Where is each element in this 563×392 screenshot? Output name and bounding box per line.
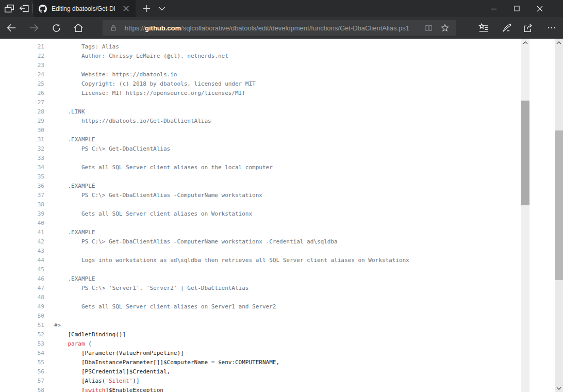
home-button[interactable] xyxy=(70,20,87,36)
code-text[interactable]: PS C:\> Get-DbaClientAlias -ComputerName… xyxy=(44,191,262,200)
code-text[interactable] xyxy=(44,312,54,321)
code-text[interactable] xyxy=(44,219,54,228)
page-scrollbar-thumb[interactable] xyxy=(555,130,563,280)
code-line[interactable]: 43 xyxy=(0,247,521,256)
back-button[interactable] xyxy=(3,20,20,36)
code-line[interactable]: 21 Tags: Alias xyxy=(0,42,521,52)
code-line[interactable]: 39 Gets all SQL Server client aliases on… xyxy=(0,209,521,219)
code-line[interactable]: 54 [Parameter(ValueFromPipeline)] xyxy=(0,349,521,358)
hub-button[interactable] xyxy=(475,20,492,36)
more-button[interactable] xyxy=(543,20,560,36)
minimize-button[interactable] xyxy=(483,0,505,17)
code-text[interactable] xyxy=(44,200,54,209)
code-line[interactable]: 27 xyxy=(0,98,521,107)
code-line[interactable]: 49 Gets all SQL Server client aliases on… xyxy=(0,302,521,312)
code-text[interactable] xyxy=(44,154,54,163)
code-text[interactable]: [DbaInstanceParameter[]]$ComputerName = … xyxy=(44,358,279,367)
scroll-up-arrow[interactable] xyxy=(521,39,529,46)
code-line[interactable]: 34 Gets all SQL Server client aliases on… xyxy=(0,163,521,172)
code-line[interactable]: 22 Author: Chrissy LeMaire (@cl), netner… xyxy=(0,52,521,61)
add-favorite-button[interactable] xyxy=(438,21,452,35)
code-text[interactable]: [switch]$EnableException xyxy=(44,386,163,392)
code-line[interactable]: 35 xyxy=(0,172,521,182)
page-scrollbar[interactable] xyxy=(555,39,563,392)
code-text[interactable]: Logs into workstationx as ad\sqldba then… xyxy=(44,256,409,265)
code-line[interactable]: 28 .LINK xyxy=(0,107,521,117)
forward-button[interactable] xyxy=(26,20,42,36)
reading-view-button[interactable] xyxy=(422,21,435,35)
close-window-button[interactable] xyxy=(528,0,552,17)
code-line[interactable]: 55 [DbaInstanceParameter[]]$ComputerName… xyxy=(0,358,521,367)
code-line[interactable]: 48 xyxy=(0,293,521,302)
code-text[interactable]: .LINK xyxy=(44,107,85,117)
code-line[interactable]: 31 .EXAMPLE xyxy=(0,135,521,144)
tab-dropdown-button[interactable] xyxy=(155,2,169,15)
code-line[interactable]: 36 .EXAMPLE xyxy=(0,182,521,191)
code-line[interactable]: 41 .EXAMPLE xyxy=(0,228,521,237)
code-line[interactable]: 42 PS C:\> Get-DbaClientAlias -ComputerN… xyxy=(0,237,521,247)
code-text[interactable]: [PSCredential]$Credential, xyxy=(44,367,170,377)
code-line[interactable]: 44 Logs into workstationx as ad\sqldba t… xyxy=(0,256,521,265)
code-text[interactable] xyxy=(44,98,54,107)
code-line[interactable]: 58 [switch]$EnableException xyxy=(0,386,521,392)
url-text[interactable]: https://github.com/sqlcollaborative/dbat… xyxy=(125,24,422,32)
scroll-down-arrow[interactable] xyxy=(555,384,563,392)
code-line[interactable]: 56 [PSCredential]$Credential, xyxy=(0,367,521,377)
code-text[interactable]: .EXAMPLE xyxy=(44,135,95,144)
code-line[interactable]: 40 xyxy=(0,219,521,228)
code-line[interactable]: 37 PS C:\> Get-DbaClientAlias -ComputerN… xyxy=(0,191,521,200)
set-tabs-aside-button[interactable] xyxy=(18,2,31,15)
code-line[interactable]: 38 xyxy=(0,200,521,209)
code-line[interactable]: 57 [Alias('Silent')] xyxy=(0,377,521,386)
code-text[interactable] xyxy=(44,172,54,182)
code-line[interactable]: 53 param ( xyxy=(0,339,521,349)
refresh-button[interactable] xyxy=(48,20,64,36)
code-text[interactable]: License: MIT https://opensource.org/lice… xyxy=(44,89,245,98)
code-line[interactable]: 52 [CmdletBinding()] xyxy=(0,330,521,339)
code-text[interactable]: Copyright: (c) 2018 by dbatools, license… xyxy=(44,79,256,89)
code-text[interactable]: PS C:\> Get-DbaClientAlias -ComputerName… xyxy=(44,237,338,247)
code-text[interactable] xyxy=(44,265,54,274)
new-tab-button[interactable] xyxy=(139,2,154,15)
editor-scrollbar[interactable] xyxy=(521,39,529,392)
code-editor[interactable]: 21 Tags: Alias22 Author: Chrissy LeMaire… xyxy=(0,39,521,392)
tab-preview-button[interactable] xyxy=(3,2,16,15)
code-text[interactable]: https://dbatools.io/Get-DbaClientAlias xyxy=(44,117,211,126)
browser-tab-active[interactable]: Editing dbatools/Get-Dl xyxy=(34,0,136,17)
code-text[interactable]: param ( xyxy=(44,339,92,349)
code-text[interactable]: [Parameter(ValueFromPipeline)] xyxy=(44,349,184,358)
code-line[interactable]: 26 License: MIT https://opensource.org/l… xyxy=(0,89,521,98)
code-text[interactable]: .EXAMPLE xyxy=(44,182,95,191)
web-notes-button[interactable] xyxy=(499,20,515,36)
code-line[interactable]: 24 Website: https://dbatools.io xyxy=(0,70,521,79)
code-text[interactable]: Gets all SQL Server client aliases on Wo… xyxy=(44,209,252,219)
code-text[interactable]: PS C:\> Get-DbaClientAlias xyxy=(44,144,170,154)
code-text[interactable]: Author: Chrissy LeMaire (@cl), netnerds.… xyxy=(44,52,228,61)
code-text[interactable] xyxy=(44,126,54,135)
code-text[interactable]: .EXAMPLE xyxy=(44,228,95,237)
code-text[interactable] xyxy=(44,61,54,70)
code-line[interactable]: 25 Copyright: (c) 2018 by dbatools, lice… xyxy=(0,79,521,89)
share-button[interactable] xyxy=(520,20,536,36)
code-text[interactable]: PS C:\> 'Server1', 'Server2' | Get-DbaCl… xyxy=(44,284,249,293)
code-line[interactable]: 50 xyxy=(0,312,521,321)
code-text[interactable]: [CmdletBinding()] xyxy=(44,330,126,339)
code-text[interactable]: [Alias('Silent')] xyxy=(44,377,140,386)
code-line[interactable]: 30 xyxy=(0,126,521,135)
code-text[interactable] xyxy=(44,247,54,256)
code-line[interactable]: 33 xyxy=(0,154,521,163)
code-text[interactable]: Tags: Alias xyxy=(44,42,119,52)
code-line[interactable]: 46 .EXAMPLE xyxy=(0,274,521,284)
editor-scrollbar-thumb[interactable] xyxy=(521,101,529,205)
code-line[interactable]: 51#> xyxy=(0,321,521,330)
code-line[interactable]: 23 xyxy=(0,61,521,70)
code-line[interactable]: 32 PS C:\> Get-DbaClientAlias xyxy=(0,144,521,154)
code-text[interactable]: Website: https://dbatools.io xyxy=(44,70,177,79)
code-line[interactable]: 47 PS C:\> 'Server1', 'Server2' | Get-Db… xyxy=(0,284,521,293)
code-text[interactable]: Gets all SQL Server client aliases on Se… xyxy=(44,302,276,312)
tab-close-button[interactable] xyxy=(120,3,131,14)
scroll-up-arrow[interactable] xyxy=(555,39,563,46)
code-line[interactable]: 45 xyxy=(0,265,521,274)
address-bar[interactable]: https://github.com/sqlcollaborative/dbat… xyxy=(103,20,456,36)
code-line[interactable]: 29 https://dbatools.io/Get-DbaClientAlia… xyxy=(0,117,521,126)
